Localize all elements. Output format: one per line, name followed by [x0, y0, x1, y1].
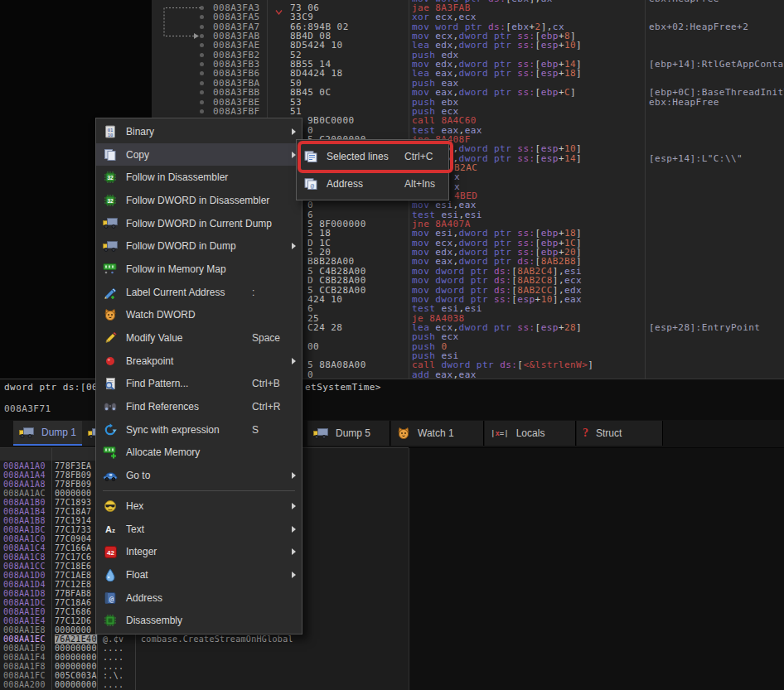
dump-address: 008AA1A0	[3, 461, 46, 470]
svg-text:32: 32	[107, 175, 114, 181]
menu-item-label-current-address[interactable]: Label Current Address:	[96, 281, 302, 304]
dump-value: 00000000	[55, 644, 97, 653]
menu-item-follow-in-disassembler[interactable]: 32Follow in Disassembler	[96, 166, 302, 189]
dump-ascii: ....	[103, 644, 123, 653]
submenu-item-shortcut: Ctrl+C	[404, 151, 433, 162]
menu-item-disassembly[interactable]: Disassembly	[96, 609, 302, 632]
sync-icon	[104, 423, 117, 437]
dump-value: 005C003A	[55, 671, 97, 680]
menu-item-follow-dword-in-dump[interactable]: Follow DWORD in Dump	[96, 234, 302, 258]
memory-map-icon	[103, 263, 118, 275]
cpu-chip-icon: 32	[104, 171, 117, 184]
menu-item-find-pattern[interactable]: Find Pattern...Ctrl+B	[96, 373, 302, 396]
dump-row[interactable]: 008AA1FC005C003A:.\.	[0, 671, 784, 680]
dump-ascii: ....	[103, 653, 123, 662]
menu-item-sync-with-expression[interactable]: Sync with expressionS	[96, 418, 302, 442]
sunglasses-icon	[104, 499, 117, 513]
menu-item-label: Follow DWORD in Current Dump	[126, 218, 272, 229]
menu-item-label: Integer	[126, 546, 157, 557]
menu-item-hex[interactable]: Hex	[96, 495, 302, 518]
dump-address: 008AA1C0	[3, 534, 46, 543]
dump-value: 76A21E40	[55, 635, 97, 644]
dump-address: 008AA1D4	[3, 580, 46, 589]
binary-icon: 0110	[104, 125, 117, 138]
menu-item-label: Address	[126, 592, 162, 604]
breakpoint-dot-icon	[104, 355, 116, 367]
menu-item-label: Text	[126, 524, 144, 535]
dump-value: 778FB09	[55, 480, 91, 489]
submenu-item-label: Selected lines	[327, 151, 389, 162]
dump-address: 008AA1F0	[3, 644, 46, 653]
copy-submenu: Selected linesCtrl+C@AddressAlt+Ins	[296, 139, 449, 200]
dump-row[interactable]: 008AA1EC76A21E40@.¢vcombase.CreateStream…	[0, 635, 784, 644]
label-pen-icon	[104, 286, 117, 299]
menu-item-label: Float	[126, 569, 148, 581]
dump-value: 77C18A7	[55, 507, 91, 516]
menu-item-label: Find References	[126, 401, 199, 413]
pencil-icon	[104, 331, 117, 345]
x64dbg-window: mov word ptr ds:[ebx],axebx:HeapFree008A…	[0, 0, 784, 690]
dump-address: 008AA1A4	[3, 470, 46, 480]
dump-value: 77C166A	[55, 543, 91, 552]
menu-item-copy[interactable]: Copy	[96, 143, 302, 166]
menu-item-text[interactable]: AzText	[96, 518, 302, 541]
menu-item-follow-dword-in-disassembler[interactable]: 32Follow DWORD in Disassembler	[96, 189, 302, 212]
menu-item-allocate-memory[interactable]: Allocate Memory	[96, 442, 302, 465]
dump-address: 008AA1B4	[3, 507, 46, 516]
dump-value: 77C17C6	[55, 552, 91, 562]
menu-item-address[interactable]: @Address	[96, 586, 302, 610]
menu-item-label: Modify Value	[126, 332, 182, 344]
menu-item-modify-value[interactable]: Modify ValueSpace	[96, 326, 302, 350]
menu-separator	[103, 490, 295, 491]
submenu-item-label: Address	[327, 178, 363, 190]
dump-comment: combase.CreateStreamOnHGlobal	[141, 635, 293, 644]
dump-row[interactable]: 008AA1F800000000....	[0, 662, 784, 671]
menu-item-watch-dword[interactable]: Watch DWORD	[96, 304, 302, 327]
dump-value: 778F3EA	[55, 461, 91, 470]
menu-item-go-to[interactable]: Go to	[96, 464, 302, 487]
disassembly-chip-icon	[104, 614, 117, 627]
dump-row[interactable]: 008AA20000000000....	[0, 680, 784, 689]
dump-row[interactable]: 008AA1F400000000....	[0, 653, 784, 662]
menu-item-label: Go to	[126, 470, 150, 481]
submenu-arrow-icon	[292, 548, 296, 555]
submenu-item-selected-lines[interactable]: Selected linesCtrl+C	[297, 142, 448, 170]
menu-item-label: Breakpoint	[126, 355, 173, 367]
menu-item-follow-dword-in-current-dump[interactable]: Follow DWORD in Current Dump	[96, 212, 302, 235]
menu-item-breakpoint[interactable]: Breakpoint	[96, 350, 302, 373]
dump-value: 77C1AE8	[55, 571, 91, 580]
menu-item-label: Watch DWORD	[126, 309, 196, 321]
integer-42-icon: 42	[104, 546, 117, 558]
menu-item-shortcut: :	[252, 287, 254, 298]
svg-text:42: 42	[107, 549, 114, 557]
copy-lines-icon	[304, 151, 317, 162]
menu-item-label: Sync with expression	[126, 424, 220, 436]
submenu-item-address[interactable]: @AddressAlt+Ins	[297, 170, 448, 197]
submenu-arrow-icon	[292, 572, 296, 578]
dump-value: 77C18E6	[55, 562, 91, 571]
dump-value: 00000000	[55, 653, 97, 662]
menu-item-find-references[interactable]: Find ReferencesCtrl+R	[96, 395, 302, 418]
text-az-icon: Az	[105, 524, 115, 534]
truck-icon	[103, 217, 118, 229]
menu-item-label: Binary	[126, 126, 154, 138]
dump-value: 77C0904	[55, 534, 91, 543]
dump-address: 008AA1F4	[3, 653, 46, 662]
menu-item-integer[interactable]: 42Integer	[96, 540, 302, 563]
menu-item-label: Label Current Address	[126, 287, 225, 298]
dump-address: 008AA1BC	[3, 525, 46, 534]
svg-text:@: @	[109, 594, 114, 602]
dump-ascii: :.\.	[103, 671, 123, 680]
cpu-chip-icon: 32	[104, 194, 117, 207]
dump-address: 008AA1B8	[3, 516, 46, 525]
dump-value: 77BFAB8	[55, 589, 91, 598]
dump-address: 008AA1DC	[3, 598, 46, 607]
menu-item-label: Allocate Memory	[126, 446, 200, 458]
address-book-icon: @	[104, 591, 117, 605]
dump-row[interactable]: 008AA1F000000000....	[0, 644, 784, 653]
svg-text:32: 32	[107, 198, 114, 204]
menu-item-float[interactable]: Float	[96, 563, 302, 586]
submenu-arrow-icon	[292, 472, 296, 479]
menu-item-binary[interactable]: 0110Binary	[96, 120, 302, 143]
menu-item-follow-in-memory-map[interactable]: Follow in Memory Map	[96, 258, 302, 281]
